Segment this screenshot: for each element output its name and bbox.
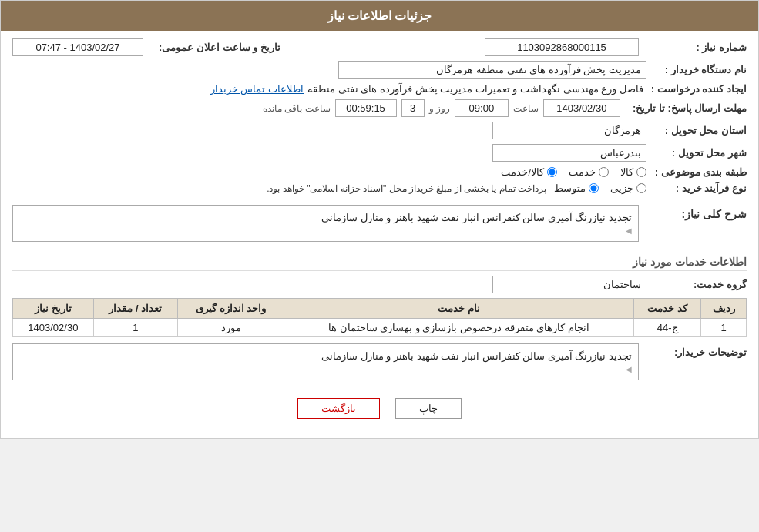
noe-motevaset[interactable]: متوسط	[554, 182, 599, 194]
mohlet-label: مهلت ارسال پاسخ: تا تاریخ:	[625, 102, 747, 114]
print-button[interactable]: چاپ	[395, 398, 462, 419]
cell-vahed: مورد	[178, 319, 284, 337]
shahr-label: شهر محل تحویل :	[646, 147, 747, 159]
noe-farayand-note: پرداخت تمام یا بخشی از مبلغ خریداز محل "…	[267, 183, 546, 194]
col-vahed: واحد اندازه گیری	[178, 299, 284, 319]
table-row: 1 ج-44 انجام کارهای متفرقه درخصوص بازساز…	[13, 319, 747, 337]
cell-radif: 1	[701, 319, 747, 337]
goroh-khadamat-value: ساختمان	[492, 276, 646, 293]
col-tarikh: تاریخ نیاز	[13, 299, 94, 319]
ijad-label: ایجاد کننده درخواست :	[643, 83, 747, 95]
sharh-label: شرح کلی نیاز:	[646, 205, 747, 220]
tabaqe-option-kala[interactable]: کالا	[620, 166, 646, 178]
cell-nam: انجام کارهای متفرقه درخصوص بازسازی و بهس…	[284, 319, 634, 337]
mohlet-baqi-value: 00:59:15	[335, 99, 397, 117]
nam-dastgah-value: مدیریت پخش فرآورده های نفتی منطقه هرمزگا…	[338, 61, 646, 79]
cell-kod: ج-44	[633, 319, 700, 337]
goroh-khadamat-label: گروه خدمت:	[646, 279, 747, 290]
shahr-value: بندرعباس	[492, 144, 646, 162]
ijad-value: فاضل ورع مهندسی نگهداشت و تعمیرات مدیریت…	[307, 83, 643, 95]
mohlet-roz-value: 3	[401, 99, 425, 117]
cell-tarikh: 1403/02/30	[13, 319, 94, 337]
col-kod: کد خدمت	[633, 299, 700, 319]
button-row: چاپ بازگشت	[12, 398, 747, 419]
tabaqe-label: طبقه بندی موضوعی :	[646, 166, 747, 178]
services-table: ردیف کد خدمت نام خدمت واحد اندازه گیری ت…	[12, 298, 747, 337]
mohlet-baqi-label: ساعت باقی مانده	[263, 103, 331, 114]
tabaqe-radio-group: کالا خدمت کالا/خدمت	[501, 166, 646, 178]
shomara-niaz-value: 1103092868000115	[485, 38, 639, 56]
tabaqe-option-khadamat[interactable]: خدمت	[569, 166, 609, 178]
noe-jozi[interactable]: جزیی	[610, 182, 646, 194]
ostan-label: استان محل تحویل :	[646, 125, 747, 136]
ostan-value: هرمزگان	[492, 122, 646, 139]
tarikh-label: تاریخ و ساعت اعلان عمومی:	[151, 42, 280, 53]
ijad-link[interactable]: اطلاعات تماس خریدار	[210, 83, 304, 95]
toseeh-label: توضیحات خریدار:	[646, 343, 747, 358]
col-tedad: تعداد / مقدار	[93, 299, 177, 319]
mohlet-roz-label: روز و	[429, 103, 450, 114]
mohlet-date: 1403/02/30	[543, 99, 620, 117]
cell-tedad: 1	[93, 319, 177, 337]
tabaqe-option-kala-khadamat[interactable]: کالا/خدمت	[501, 166, 557, 178]
tarikh-value: 1403/02/27 - 07:47	[12, 38, 143, 56]
back-button[interactable]: بازگشت	[297, 398, 380, 419]
info-khadamat-title: اطلاعات خدمات مورد نیاز	[12, 256, 747, 271]
noe-farayand-label: نوع فرآیند خرید :	[646, 182, 747, 194]
mohlet-saat-label: ساعت	[513, 103, 539, 114]
col-nam: نام خدمت	[284, 299, 634, 319]
mohlet-saat-value: 09:00	[455, 99, 509, 117]
page-title: جزئیات اطلاعات نیاز	[1, 1, 758, 31]
noe-farayand-radio-group: جزیی متوسط	[554, 182, 646, 194]
shomara-niaz-label: شماره نیاز :	[646, 42, 747, 53]
sharh-value: تجدید نیازرنگ آمیزی سالن کنفرانس انبار ن…	[321, 212, 632, 223]
toseeh-value: تجدید نیازرنگ آمیزی سالن کنفرانس انبار ن…	[321, 350, 632, 362]
col-radif: ردیف	[701, 299, 747, 319]
nam-dastgah-label: نام دستگاه خریدار :	[646, 64, 747, 75]
